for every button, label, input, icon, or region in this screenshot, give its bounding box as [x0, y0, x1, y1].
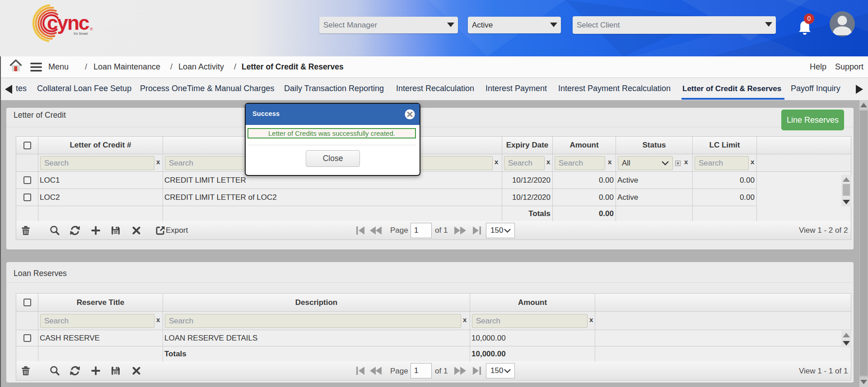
svg-text:®: ®: [90, 27, 93, 32]
svg-text:It's Smart: It's Smart: [74, 32, 88, 36]
svg-text:cync: cync: [47, 12, 89, 34]
